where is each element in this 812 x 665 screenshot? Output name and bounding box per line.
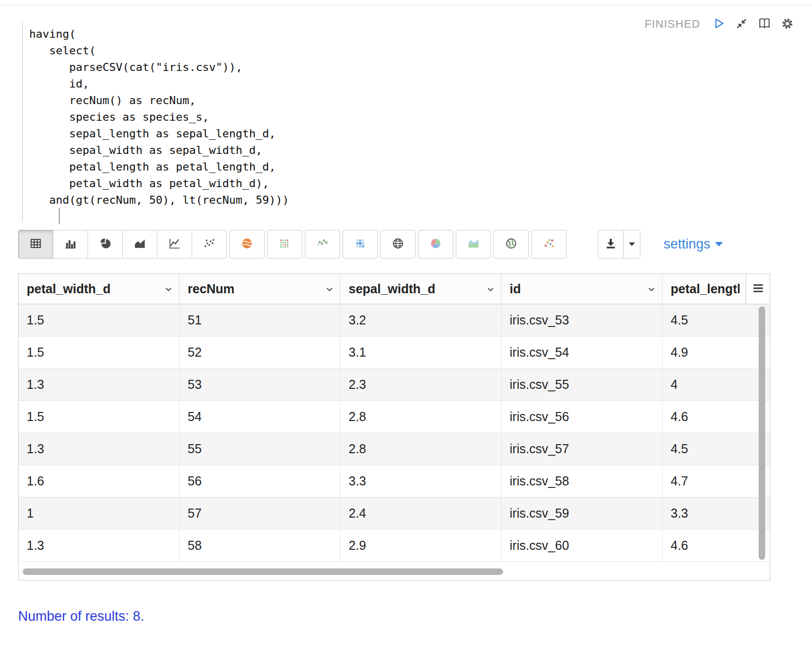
column-header-petal-width-d[interactable]: petal_width_d: [19, 274, 180, 304]
table-cell: 4: [663, 369, 770, 400]
builtin-viz-group: [18, 230, 227, 259]
table-cell: iris.csv_56: [502, 401, 663, 433]
settings-link[interactable]: settings: [664, 236, 723, 252]
notebook-paragraph: having( select( parseCSV(cat("iris.csv")…: [0, 6, 812, 654]
run-button[interactable]: [712, 17, 725, 32]
text-cursor: [59, 208, 60, 224]
table-cell: iris.csv_57: [502, 433, 663, 465]
viz-table-button[interactable]: [18, 230, 53, 259]
table-row: 1.5523.1iris.csv_544.9: [19, 337, 770, 369]
pie-chart-icon: [99, 237, 112, 252]
table-row: 1.5513.2iris.csv_534.5: [19, 304, 770, 337]
table-cell: 4.9: [663, 337, 770, 368]
table-cell: 51: [180, 304, 341, 336]
viz-area-chart-button[interactable]: [122, 230, 157, 259]
column-header-label: petal_width_d: [27, 282, 111, 296]
table-cell: 3.3: [341, 465, 502, 497]
table-cell: 2.8: [341, 401, 502, 433]
chevron-down-icon[interactable]: [647, 285, 656, 294]
column-header-label: recNum: [188, 282, 234, 296]
column-header-petal-length-d[interactable]: petal_length_d: [663, 274, 746, 304]
scatter-colored-icon: [542, 237, 555, 252]
table-header-row: petal_width_d recNum sepal_width_d id: [19, 274, 770, 304]
caret-down-icon: [629, 242, 635, 246]
table-cell: 1.3: [19, 433, 180, 465]
table-cell: 4.6: [663, 530, 770, 561]
viz-scatter-chart-button[interactable]: [192, 230, 227, 259]
code-editor-area[interactable]: having( select( parseCSV(cat("iris.csv")…: [22, 21, 794, 222]
viz-line-chart-button[interactable]: [157, 230, 192, 259]
table-cell: 1.3: [19, 530, 180, 561]
horizontal-scrollbar[interactable]: [23, 568, 503, 575]
column-header-label: petal_length_d: [671, 282, 740, 296]
column-header-id[interactable]: id: [502, 274, 663, 304]
code-editor: having( select( parseCSV(cat("iris.csv")…: [18, 6, 794, 222]
pie-colored-icon: [429, 237, 442, 252]
chevron-down-icon[interactable]: [164, 285, 173, 294]
paragraph-controls: FINISHED: [644, 17, 794, 32]
table-cell: 2.4: [341, 497, 502, 529]
query-code[interactable]: having( select( parseCSV(cat("iris.csv")…: [29, 26, 794, 208]
viz-pie-chart-button[interactable]: [88, 230, 123, 259]
viz-line-points-button[interactable]: [305, 230, 340, 259]
collapse-icon: [735, 17, 748, 32]
viz-stacked-area-button[interactable]: [456, 230, 491, 259]
viz-pie-colored-button[interactable]: [418, 230, 453, 259]
viz-heatmap-button[interactable]: [343, 230, 378, 259]
table-cell: 1.3: [19, 369, 180, 400]
viz-bar-chart-button[interactable]: [53, 230, 88, 259]
table-cell: 1.5: [19, 401, 180, 433]
column-header-recnum[interactable]: recNum: [180, 274, 341, 304]
table-cell: iris.csv_54: [502, 337, 663, 368]
export-split-button: [598, 230, 640, 259]
table-row: 1.3552.8iris.csv_574.5: [19, 433, 770, 465]
table-cell: 57: [180, 497, 341, 529]
hamburger-icon: [751, 281, 765, 297]
scatter-icon: [203, 237, 216, 252]
viz-map-button[interactable]: [229, 230, 265, 259]
table-cell: 55: [180, 433, 341, 465]
viz-globe-green-button[interactable]: [494, 230, 529, 259]
gear-icon: [781, 17, 794, 32]
download-button[interactable]: [598, 230, 624, 259]
chevron-down-icon[interactable]: [325, 285, 334, 294]
table-cell: 2.3: [341, 369, 502, 400]
viz-dot-matrix-button[interactable]: [267, 230, 302, 259]
status-badge: FINISHED: [644, 18, 700, 31]
globe-green-icon: [505, 237, 518, 252]
chevron-down-icon[interactable]: [486, 285, 495, 294]
table-row: 1572.4iris.csv_593.3: [19, 497, 770, 530]
bar-chart-icon: [64, 237, 77, 252]
table-cell: 52: [180, 337, 341, 368]
book-icon: [758, 17, 771, 32]
column-header-label: sepal_width_d: [349, 282, 435, 296]
vertical-scrollbar[interactable]: [759, 306, 765, 560]
viz-globe-button[interactable]: [380, 230, 416, 259]
table-cell: 1.5: [19, 337, 180, 368]
table-cell: 4.5: [663, 304, 770, 336]
collapse-button[interactable]: [735, 17, 748, 32]
table-cell: iris.csv_59: [502, 497, 663, 529]
globe-icon: [391, 237, 404, 252]
viz-scatter-colored-button[interactable]: [531, 230, 566, 259]
table-cell: 3.1: [341, 337, 502, 368]
editor-toggle-button[interactable]: [758, 17, 771, 32]
table-icon: [29, 237, 42, 252]
column-header-sepal-width-d[interactable]: sepal_width_d: [341, 274, 502, 304]
result-count: Number of results: 8.: [18, 609, 794, 654]
download-options-button[interactable]: [623, 230, 640, 259]
settings-label: settings: [664, 236, 710, 252]
table-cell: 56: [180, 465, 341, 497]
table-cell: 1.5: [19, 304, 180, 336]
results-table: petal_width_d recNum sepal_width_d id: [18, 274, 770, 580]
table-menu-button[interactable]: [746, 274, 770, 304]
table-cell: 3.2: [341, 304, 502, 336]
table-row: 1.3582.9iris.csv_604.6: [19, 530, 770, 562]
table-cell: 53: [180, 369, 341, 400]
paragraph-settings-button[interactable]: [781, 17, 794, 32]
download-icon: [604, 237, 617, 252]
heatmap-icon: [354, 237, 367, 252]
column-header-label: id: [510, 282, 521, 296]
table-cell: 2.8: [341, 433, 502, 465]
table-cell: 2.9: [341, 530, 502, 561]
